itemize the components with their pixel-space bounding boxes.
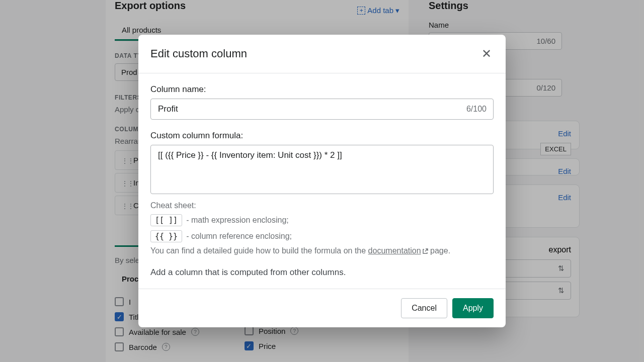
char-count: 6/100 bbox=[466, 105, 487, 114]
cancel-button[interactable]: Cancel bbox=[401, 298, 447, 318]
doc-hint: You can find a detailed guide how to bui… bbox=[150, 246, 494, 255]
modal-description: Add a column that is computed from other… bbox=[150, 267, 494, 278]
cheat-row: [[ ]] - math expression enclosing; bbox=[150, 214, 494, 226]
external-link-icon bbox=[422, 248, 428, 254]
cheat-sheet-label: Cheat sheet: bbox=[150, 201, 494, 210]
code-chip: {{ }} bbox=[150, 230, 182, 242]
column-name-input[interactable] bbox=[150, 99, 494, 120]
modal-overlay: Edit custom column ✕ Column name: 6/100 … bbox=[0, 0, 644, 362]
modal-header: Edit custom column ✕ bbox=[138, 35, 506, 73]
close-icon[interactable]: ✕ bbox=[479, 45, 494, 63]
modal-title: Edit custom column bbox=[150, 47, 247, 60]
documentation-link[interactable]: documentation bbox=[368, 246, 428, 255]
apply-button[interactable]: Apply bbox=[452, 298, 494, 318]
formula-label: Custom column formula: bbox=[150, 131, 494, 141]
code-chip: [[ ]] bbox=[150, 214, 182, 226]
cheat-row: {{ }} - column reference enclosing; bbox=[150, 230, 494, 242]
modal-footer: Cancel Apply bbox=[138, 289, 506, 327]
modal-body: Column name: 6/100 Custom column formula… bbox=[138, 73, 506, 289]
edit-custom-column-modal: Edit custom column ✕ Column name: 6/100 … bbox=[138, 35, 506, 327]
formula-textarea[interactable] bbox=[150, 145, 494, 194]
column-name-label: Column name: bbox=[150, 84, 494, 95]
